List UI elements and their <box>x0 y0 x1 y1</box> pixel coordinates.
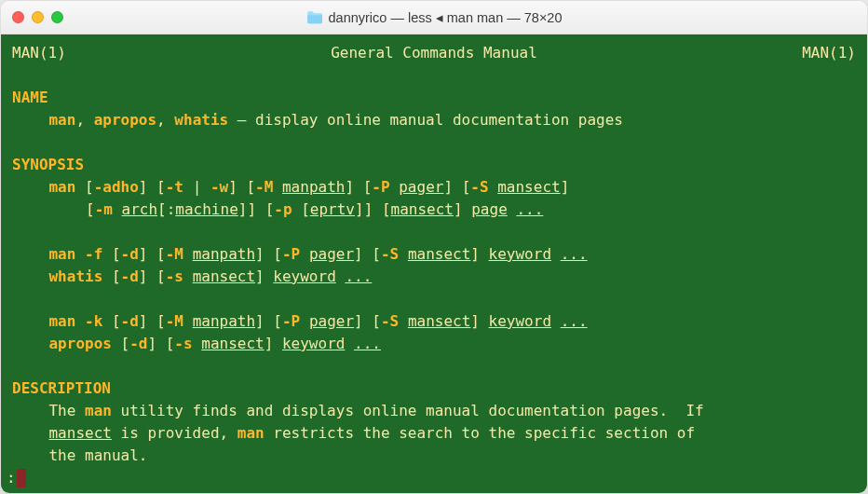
terminal-window: dannyrico — less ◂ man man — 78×20 MAN(1… <box>0 0 868 494</box>
synopsis-line-2: [-m arch[:machine]] [-p [eprtv]] [mansec… <box>12 199 856 221</box>
description-line-1: The man utility finds and displays onlin… <box>12 400 856 422</box>
header-left: MAN(1) <box>12 42 66 64</box>
less-prompt[interactable]: : <box>7 467 26 489</box>
description-line-3: the manual. <box>12 445 856 467</box>
synopsis-line-5: man -k [-d] [-M manpath] [-P pager] [-S … <box>12 310 856 333</box>
manpage-header: MAN(1) General Commands Manual MAN(1) <box>12 42 856 64</box>
prompt-colon: : <box>7 467 16 489</box>
maximize-button[interactable] <box>51 11 63 23</box>
synopsis-line-6: apropos [-d] [-s mansect] keyword ... <box>12 333 856 355</box>
section-heading-description: DESCRIPTION <box>12 377 856 400</box>
cursor-icon <box>17 469 26 487</box>
traffic-lights <box>12 11 63 23</box>
terminal-body[interactable]: MAN(1) General Commands Manual MAN(1) NA… <box>1 34 867 493</box>
folder-icon <box>306 11 323 24</box>
description-line-2: mansect is provided, man restricts the s… <box>12 422 856 445</box>
name-line: man, apropos, whatis — display online ma… <box>12 109 856 131</box>
section-heading-name: NAME <box>12 87 856 109</box>
synopsis-line-3: man -f [-d] [-M manpath] [-P pager] [-S … <box>12 243 856 266</box>
synopsis-line-4: whatis [-d] [-s mansect] keyword ... <box>12 266 856 288</box>
section-heading-synopsis: SYNOPSIS <box>12 154 856 176</box>
window-title: dannyrico — less ◂ man man — 78×20 <box>329 10 563 25</box>
header-right: MAN(1) <box>802 42 856 64</box>
title: dannyrico — less ◂ man man — 78×20 <box>1 10 867 25</box>
synopsis-line-1: man [-adho] [-t | -w] [-M manpath] [-P p… <box>12 176 856 199</box>
titlebar[interactable]: dannyrico — less ◂ man man — 78×20 <box>1 1 867 34</box>
close-button[interactable] <box>12 11 24 23</box>
header-center: General Commands Manual <box>331 42 537 64</box>
minimize-button[interactable] <box>32 11 44 23</box>
